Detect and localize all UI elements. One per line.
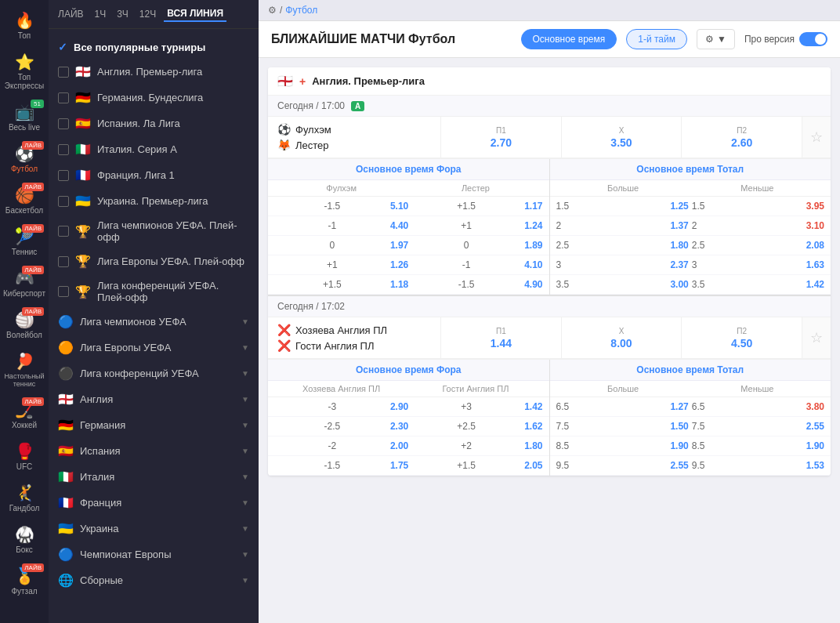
- fora-row-1-0[interactable]: -1.5 5.10 +1.5 1.17: [268, 197, 549, 216]
- total-row-1-3[interactable]: 3 2.37 3 1.63: [550, 255, 831, 275]
- fo1-2[interactable]: 1.97: [390, 240, 408, 251]
- total-row-1-4[interactable]: 3.5 3.00 3.5 1.42: [550, 275, 831, 295]
- total-m2-row-1[interactable]: 7.5 1.50 7.5 2.55: [550, 417, 831, 436]
- total-m2-row-2[interactable]: 8.5 1.90 8.5 1.90: [550, 436, 831, 456]
- m2to2-1[interactable]: 2.55: [708, 421, 824, 432]
- match-2-p1[interactable]: П1 1.44: [440, 317, 561, 358]
- nav-item-ukraine[interactable]: 🇺🇦 Украина ▼: [49, 516, 259, 542]
- to2-3[interactable]: 1.63: [700, 259, 824, 270]
- checkbox-france-ligue1[interactable]: [58, 170, 69, 181]
- fo2-1[interactable]: 1.24: [524, 220, 542, 231]
- sidebar-item-top[interactable]: 🔥 Топ: [0, 6, 49, 45]
- tab-3h[interactable]: 3Ч: [114, 7, 132, 21]
- sidebar-item-volleyball[interactable]: ЛАЙВ 🏐 Волейбол: [0, 306, 49, 344]
- match-2-team2[interactable]: ❌ Гости Англия ПЛ: [277, 339, 431, 352]
- btn-main-time[interactable]: Основное время: [521, 29, 617, 49]
- sidebar-item-top-express[interactable]: ⭐ Топ Экспрессы: [0, 48, 49, 95]
- nav-item-ucl-playoff[interactable]: 🏆 Лига чемпионов УЕФА. Плей-офф: [49, 214, 259, 248]
- to1-3[interactable]: 2.37: [564, 259, 689, 270]
- nav-item-uecl-playoff[interactable]: 🏆 Лига конференций УЕФА. Плей-офф: [49, 274, 259, 309]
- m2to1-1[interactable]: 1.50: [572, 421, 689, 432]
- to2-0[interactable]: 3.95: [708, 201, 824, 212]
- nav-item-italy[interactable]: 🇮🇹 Италия ▼: [49, 464, 259, 490]
- checkbox-uel-playoff[interactable]: [58, 256, 69, 267]
- nav-item-ukraine-pl[interactable]: 🇺🇦 Украина. Премьер-лига: [49, 188, 259, 214]
- checkbox-italy-seria-a[interactable]: [58, 144, 69, 155]
- nav-item-uecl[interactable]: ⚫ Лига конференций УЕФА ▼: [49, 360, 259, 386]
- checkbox-england-pl[interactable]: [58, 67, 69, 78]
- total-row-1-2[interactable]: 2.5 1.80 2.5 2.08: [550, 236, 831, 255]
- fora-m2-row-0[interactable]: -3 2.90 +3 1.42: [268, 397, 549, 417]
- sidebar-item-ufc[interactable]: 🥊 UFC: [0, 437, 49, 476]
- fora-m2-row-1[interactable]: -2.5 2.30 +2.5 1.62: [268, 417, 549, 436]
- fo1-4[interactable]: 1.18: [390, 279, 408, 290]
- sidebar-item-tennis[interactable]: ЛАЙВ 🎾 Теннис: [0, 223, 49, 261]
- fora-row-1-3[interactable]: +1 1.26 -1 4.10: [268, 255, 549, 275]
- m2fo1-2[interactable]: 2.00: [390, 440, 408, 451]
- match-1-p1[interactable]: П1 2.70: [440, 117, 561, 158]
- to2-1[interactable]: 3.10: [700, 220, 824, 231]
- nav-item-spain[interactable]: 🇪🇸 Испания ▼: [49, 438, 259, 464]
- to1-0[interactable]: 1.25: [572, 201, 689, 212]
- sidebar-item-table-tennis[interactable]: 🏓 Настольный теннис: [0, 347, 49, 393]
- fora-row-1-2[interactable]: 0 1.97 0 1.89: [268, 236, 549, 255]
- fo2-2[interactable]: 1.89: [524, 240, 542, 251]
- fora-row-1-4[interactable]: +1.5 1.18 -1.5 4.90: [268, 275, 549, 295]
- m2to1-3[interactable]: 2.55: [572, 460, 689, 471]
- tab-12h[interactable]: 12Ч: [136, 7, 159, 21]
- match-1-team1[interactable]: ⚽ Фулхэм: [277, 123, 431, 136]
- to1-4[interactable]: 3.00: [572, 279, 689, 290]
- match-1-team2[interactable]: 🦊 Лестер: [277, 139, 431, 151]
- match-2-favorite[interactable]: ☆: [802, 317, 831, 358]
- fo2-3[interactable]: 4.10: [524, 259, 542, 270]
- sidebar-item-basketball[interactable]: ЛАЙВ 🏀 Баскетбол: [0, 181, 49, 219]
- total-m2-row-0[interactable]: 6.5 1.27 6.5 3.80: [550, 397, 831, 417]
- breadcrumb-sport[interactable]: Футбол: [285, 5, 317, 16]
- to2-4[interactable]: 1.42: [708, 279, 824, 290]
- checkbox-germany-bundesliga[interactable]: [58, 92, 69, 103]
- nav-item-france[interactable]: 🇫🇷 Франция ▼: [49, 490, 259, 516]
- fo1-1[interactable]: 4.40: [390, 220, 408, 231]
- fo2-0[interactable]: 1.17: [524, 201, 542, 212]
- tab-1h[interactable]: 1Ч: [92, 7, 110, 21]
- match-2-x[interactable]: X 8.00: [561, 317, 682, 358]
- sidebar-item-hockey[interactable]: ЛАЙВ 🏒 Хоккей: [0, 396, 49, 434]
- nav-item-england-pl[interactable]: 🏴󠁧󠁢󠁥󠁮󠁧󠁿 Англия. Премьер-лига: [49, 59, 259, 85]
- nav-item-england[interactable]: 🏴󠁧󠁢󠁥󠁮󠁧󠁿 Англия ▼: [49, 386, 259, 412]
- m2to2-3[interactable]: 1.53: [708, 460, 824, 471]
- to2-2[interactable]: 2.08: [708, 240, 824, 251]
- match-1-p2[interactable]: П2 2.60: [681, 117, 802, 158]
- nav-item-germany-bundesliga[interactable]: 🇩🇪 Германия. Бундеслига: [49, 85, 259, 110]
- m2fo1-1[interactable]: 2.30: [390, 421, 408, 432]
- nav-item-national[interactable]: 🌐 Сборные ▼: [49, 567, 259, 593]
- nav-item-italy-seria-a[interactable]: 🇮🇹 Италия. Серия А: [49, 136, 259, 162]
- checkbox-spain-la-liga[interactable]: [58, 118, 69, 129]
- match-1-x[interactable]: X 3.50: [561, 117, 682, 158]
- nav-item-spain-la-liga[interactable]: 🇪🇸 Испания. Ла Лига: [49, 110, 259, 136]
- m2fo1-3[interactable]: 1.75: [390, 460, 408, 471]
- to1-1[interactable]: 1.37: [564, 220, 689, 231]
- pro-toggle-switch[interactable]: [799, 32, 827, 46]
- m2fo2-3[interactable]: 2.05: [524, 460, 542, 471]
- sidebar-item-futsal[interactable]: ЛАЙВ 🏅 Футзал: [0, 562, 49, 600]
- checkbox-ucl-playoff[interactable]: [58, 226, 69, 237]
- settings-button[interactable]: ⚙ ▼: [697, 29, 735, 49]
- total-m2-row-3[interactable]: 9.5 2.55 9.5 1.53: [550, 456, 831, 476]
- sidebar-item-boxing[interactable]: 🥋 Бокс: [0, 520, 49, 559]
- to1-2[interactable]: 1.80: [572, 240, 689, 251]
- nav-item-uel-playoff[interactable]: 🏆 Лига Европы УЕФА. Плей-офф: [49, 248, 259, 274]
- checkbox-uecl-playoff[interactable]: [58, 286, 69, 297]
- match-1-favorite[interactable]: ☆: [802, 117, 831, 158]
- sidebar-item-live[interactable]: 51 📺 Весь live: [0, 98, 49, 136]
- fo1-3[interactable]: 1.26: [390, 259, 408, 270]
- m2fo1-0[interactable]: 2.90: [390, 401, 408, 412]
- m2to1-0[interactable]: 1.27: [572, 401, 689, 412]
- sidebar-item-handball[interactable]: 🤾 Гандбол: [0, 479, 49, 517]
- total-row-1-0[interactable]: 1.5 1.25 1.5 3.95: [550, 197, 831, 216]
- nav-item-euro[interactable]: 🔵 Чемпионат Европы ▼: [49, 542, 259, 567]
- fo2-4[interactable]: 4.90: [524, 279, 542, 290]
- sidebar-item-esport[interactable]: ЛАЙВ 🎮 Киберспорт: [0, 264, 49, 302]
- nav-item-all-tournaments[interactable]: ✓ Все популярные турниры: [49, 35, 259, 59]
- nav-item-france-ligue1[interactable]: 🇫🇷 Франция. Лига 1: [49, 162, 259, 188]
- match-2-p2[interactable]: П2 4.50: [681, 317, 802, 358]
